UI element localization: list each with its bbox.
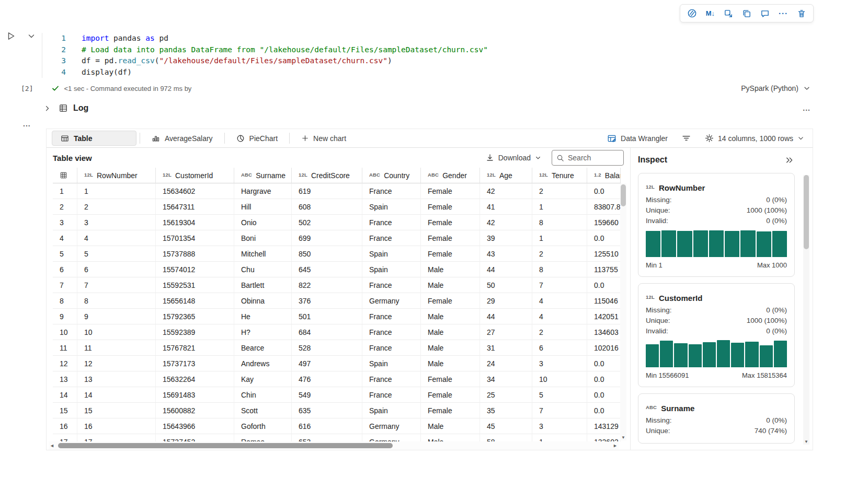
scroll-left-arrow-icon[interactable]: ◄ <box>50 443 54 448</box>
column-type-icon: ABC <box>241 172 252 178</box>
table-cell: Spain <box>362 356 421 371</box>
column-header-index[interactable] <box>53 168 77 183</box>
table-cell: 15619304 <box>156 215 234 230</box>
table-cell: Female <box>421 293 480 309</box>
table-row[interactable]: 1115634602Hargrave619FranceFemale4220.0 <box>53 183 621 199</box>
histogram-bar <box>740 230 755 257</box>
column-header-gender[interactable]: ABCGender <box>421 168 480 183</box>
markdown-icon[interactable]: M↓ <box>706 10 715 17</box>
table-cell: 15792365 <box>156 309 234 324</box>
collapse-cell-chevron-icon[interactable] <box>27 32 36 40</box>
column-header-balance[interactable]: 1.2Balance <box>587 168 621 183</box>
kernel-selector[interactable]: PySpark (Python) <box>741 84 810 92</box>
table-row[interactable]: 8815656148Obinna376GermanyFemale29411504… <box>53 293 621 309</box>
search-box[interactable] <box>552 150 624 166</box>
table-row[interactable]: 121215737173Andrews497SpainMale2430.0 <box>53 356 621 371</box>
table-row[interactable]: 4415701354Boni699FranceFemale3910.0 <box>53 230 621 246</box>
table-cell: Kay <box>234 371 292 387</box>
table-cell: Male <box>421 309 480 324</box>
run-cell-button[interactable] <box>6 31 16 41</box>
collapse-inspect-icon[interactable] <box>785 156 794 165</box>
table-row[interactable]: 151515600882Scott635SpainFemale3570.0 <box>53 403 621 418</box>
duplicate-cell-icon[interactable] <box>742 9 751 18</box>
code-line: 1import pandas as pd <box>42 33 810 44</box>
table-cell: 497 <box>292 356 362 371</box>
execution-count: [2] <box>21 85 33 92</box>
scrollbar-thumb[interactable] <box>621 184 626 206</box>
table-cell: Male <box>421 418 480 434</box>
column-type-icon: 1.2 <box>594 172 601 178</box>
advisor-icon[interactable] <box>687 8 697 18</box>
inspect-cards: 12LRowNumberMissing:0 (0%)Unique:1000 (1… <box>638 173 795 444</box>
table-row[interactable]: 131315632264Kay476FranceFemale34100.0 <box>53 371 621 387</box>
histogram-bar <box>660 341 673 367</box>
table-cell: 41 <box>480 199 532 215</box>
inspect-scrollbar[interactable]: ▼ <box>803 175 809 445</box>
table-cell: 50 <box>480 277 532 293</box>
column-header-customerid[interactable]: 12LCustomerId <box>156 168 234 183</box>
table-cell: 29 <box>480 293 532 309</box>
histogram-bar <box>677 231 692 257</box>
table-row[interactable]: 5515737888Mitchell850SpainFemale43212551… <box>53 246 621 262</box>
table-cell: 115046 <box>587 293 621 309</box>
column-header-age[interactable]: 12LAge <box>480 168 532 183</box>
table-cell: 15592389 <box>156 324 234 340</box>
table-row[interactable]: 3315619304Onio502FranceFemale428159660 <box>53 215 621 230</box>
table-row[interactable]: 141415691483Chin549FranceFemale2550.0 <box>53 387 621 403</box>
table-horizontal-scrollbar[interactable]: ◄ ► <box>49 441 619 450</box>
comment-icon[interactable] <box>760 9 770 18</box>
delete-cell-icon[interactable] <box>797 9 806 18</box>
column-header-creditscore[interactable]: 12LCreditScore <box>292 168 362 183</box>
table-row[interactable]: 6615574012Chu645SpainMale448113755 <box>53 262 621 277</box>
table-cell: 9 <box>77 309 156 324</box>
table-row[interactable]: 2215647311Hill608SpainFemale41183807.8 <box>53 199 621 215</box>
more-commands-icon[interactable]: ··· <box>779 9 788 17</box>
table-row[interactable]: 171715737452Romeo653GermanyMale581132602 <box>53 434 621 441</box>
tab-averagesalary[interactable]: AverageSalary <box>143 131 221 146</box>
code-text: display(df) <box>66 67 132 78</box>
column-type-icon: ABC <box>428 172 439 178</box>
table-cell: 4 <box>53 230 77 246</box>
tab-piechart[interactable]: PieChart <box>228 131 286 146</box>
scroll-down-arrow-icon[interactable]: ▼ <box>803 439 809 444</box>
table-row[interactable]: 111115767821Bearce528FranceMale316102016 <box>53 340 621 356</box>
table-cell: 17 <box>53 434 77 441</box>
data-grid: 12LRowNumber12LCustomerIdABCSurname12LCr… <box>53 168 621 441</box>
table-row[interactable]: 7715592531Bartlett822FranceMale5070.0 <box>53 277 621 293</box>
table-cell: 15 <box>53 403 77 418</box>
cell-overflow-menu[interactable]: ... <box>23 120 31 128</box>
columns-rows-summary[interactable]: 14 columns, 1000 rows <box>705 134 804 143</box>
table-vertical-scrollbar[interactable]: ▼ <box>620 183 626 440</box>
table-row[interactable]: 9915792365He501FranceMale444142051 <box>53 309 621 324</box>
code-editor[interactable]: 1import pandas as pd2# Load data into pa… <box>42 33 810 78</box>
column-type-icon: 12L <box>163 172 172 178</box>
table-cell: 15634602 <box>156 183 234 199</box>
table-cell: Onio <box>234 215 292 230</box>
histogram-bar <box>774 341 787 367</box>
column-header-rownumber[interactable]: 12LRowNumber <box>77 168 156 183</box>
scroll-down-arrow-icon[interactable]: ▼ <box>620 435 626 440</box>
inspect-card-surname: ABCSurnameMissing:0 (0%)Unique:740 (74%) <box>638 393 795 444</box>
histogram-bar <box>661 230 676 257</box>
filter-icon[interactable] <box>682 134 691 143</box>
max-value: Max 1000 <box>757 261 787 269</box>
code-text: # Load data into pandas DataFrame from "… <box>66 44 488 56</box>
tab-table[interactable]: Table <box>52 131 136 146</box>
log-more-options[interactable]: ... <box>803 104 810 112</box>
data-wrangler-button[interactable]: Data Wrangler <box>607 134 668 143</box>
column-type-icon: 12L <box>299 172 307 178</box>
table-row[interactable]: 101015592389H?684FranceMale272134603 <box>53 324 621 340</box>
focus-mode-icon[interactable] <box>724 9 733 18</box>
scrollbar-thumb[interactable] <box>58 443 393 448</box>
log-expand-chevron-icon[interactable] <box>44 105 51 112</box>
table-row[interactable]: 161615643966Goforth616GermanyMale4531431… <box>53 418 621 434</box>
column-header-country[interactable]: ABCCountry <box>362 168 421 183</box>
scroll-right-arrow-icon[interactable]: ► <box>613 443 618 448</box>
column-header-surname[interactable]: ABCSurname <box>234 168 292 183</box>
download-button[interactable]: Download <box>486 154 541 162</box>
scrollbar-thumb[interactable] <box>804 175 809 249</box>
table-cell: Spain <box>362 403 421 418</box>
new-chart-button[interactable]: New chart <box>293 131 355 146</box>
inspect-card-title: RowNumber <box>659 183 705 192</box>
column-header-tenure[interactable]: 12LTenure <box>532 168 587 183</box>
